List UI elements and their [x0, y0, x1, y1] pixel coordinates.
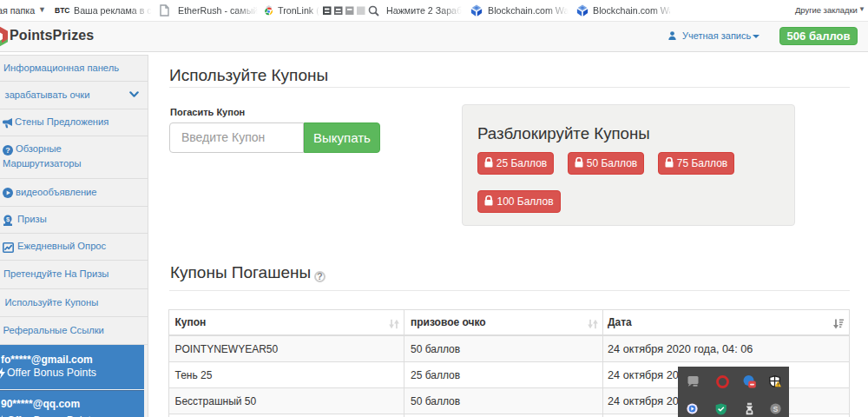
svg-text:?: ? [5, 146, 10, 155]
svg-text:S: S [773, 405, 779, 414]
